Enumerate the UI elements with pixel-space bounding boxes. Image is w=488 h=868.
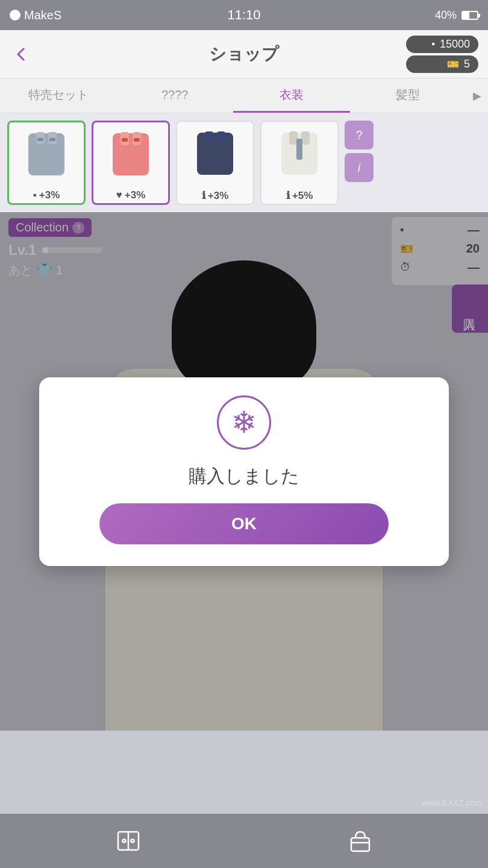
badge-text-3: +3%	[208, 190, 229, 202]
tabs-bar: 特売セット ???? 衣装 髪型 ▶	[0, 78, 488, 113]
item-image-2	[93, 122, 168, 189]
svg-rect-4	[49, 138, 55, 141]
shop-button[interactable]	[339, 820, 381, 862]
item-card-1[interactable]: ▪ +3%	[7, 121, 86, 205]
side-buttons: ? i	[345, 121, 374, 205]
svg-rect-21	[351, 838, 369, 851]
bottom-bar	[0, 814, 488, 868]
svg-point-20	[131, 840, 134, 843]
battery-percent: 40%	[435, 9, 457, 22]
svg-rect-3	[37, 138, 43, 141]
svg-rect-16	[296, 139, 302, 160]
svg-rect-11	[205, 131, 213, 145]
item-badge-2: ♥ +3%	[93, 187, 168, 203]
status-bar-left: MakeS	[10, 8, 61, 22]
battery-fill	[463, 12, 469, 19]
badge-text-2: +3%	[125, 189, 146, 201]
status-bar-right: 40%	[435, 9, 478, 22]
badge-icon-2: ♥	[116, 189, 122, 201]
wardrobe-button[interactable]	[107, 820, 149, 862]
badge-text-1: +3%	[39, 189, 60, 201]
svg-rect-5	[113, 133, 149, 175]
badge-icon-3: ℹ	[202, 189, 205, 202]
tab-next-arrow[interactable]: ▶	[466, 78, 488, 113]
tab-mystery[interactable]: ????	[117, 78, 234, 113]
coin-amount: 15000	[440, 38, 470, 51]
dialog-message: 購入しました	[189, 464, 299, 489]
nav-bar: ショップ ▪ 15000 🎫 5	[0, 30, 488, 78]
ok-button[interactable]: OK	[99, 503, 389, 544]
question-button[interactable]: ?	[345, 121, 374, 149]
badge-icon-4: ℹ	[286, 189, 290, 202]
dialog-overlay: ❄ 購入しました OK	[0, 212, 488, 731]
item-image-3	[177, 122, 253, 188]
info-side-button[interactable]: i	[345, 153, 374, 182]
shop-title: ショップ	[209, 43, 279, 66]
ticket-icon: 🎫	[447, 58, 459, 70]
svg-rect-8	[122, 138, 128, 142]
status-bar: MakeS 11:10 40%	[0, 0, 488, 30]
svg-rect-10	[197, 133, 233, 175]
svg-rect-0	[28, 133, 64, 175]
item-image-1	[9, 122, 84, 189]
purchase-dialog: ❄ 購入しました OK	[39, 377, 449, 566]
svg-rect-12	[217, 131, 225, 145]
back-button[interactable]	[10, 42, 34, 66]
badge-text-4: +5%	[292, 190, 313, 202]
svg-rect-9	[134, 138, 140, 142]
item-card-3[interactable]: ℹ +3%	[176, 121, 254, 205]
watermark: www.FXXZ.com	[422, 798, 482, 808]
item-grid: ▪ +3% ♥ +3% ℹ	[0, 113, 488, 212]
nav-currency: ▪ 15000 🎫 5	[406, 36, 478, 73]
dialog-icon-circle: ❄	[217, 395, 271, 450]
item-badge-4: ℹ +5%	[261, 187, 337, 204]
badge-icon-1: ▪	[33, 189, 37, 201]
item-badge-3: ℹ +3%	[177, 187, 253, 204]
coin-currency: ▪ 15000	[406, 36, 478, 53]
item-card-4[interactable]: ℹ +5%	[260, 121, 339, 205]
main-area: Collection ? Lv.1 あと 👕 1 ▪ — 🎫 20 ⏱ —	[0, 212, 488, 731]
app-name: MakeS	[24, 8, 61, 22]
svg-point-19	[122, 840, 125, 843]
svg-rect-15	[301, 131, 310, 145]
ticket-amount: 5	[464, 58, 470, 71]
item-card-2[interactable]: ♥ +3%	[92, 121, 170, 205]
item-badge-1: ▪ +3%	[9, 187, 84, 203]
svg-rect-14	[289, 131, 298, 145]
makes-logo-icon	[10, 10, 20, 20]
battery-icon	[461, 11, 478, 20]
tab-special[interactable]: 特売セット	[0, 78, 117, 113]
status-time: 11:10	[227, 7, 260, 23]
ticket-currency: 🎫 5	[406, 55, 478, 73]
item-image-4	[261, 122, 337, 188]
coin-icon: ▪	[431, 39, 435, 49]
snowflake-icon: ❄	[231, 405, 257, 440]
tab-hair[interactable]: 髪型	[350, 78, 467, 113]
tab-costume[interactable]: 衣装	[233, 78, 350, 113]
